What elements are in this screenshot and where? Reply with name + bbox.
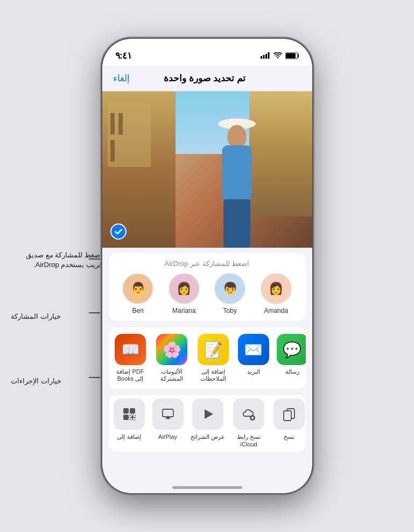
person-legs	[223, 199, 250, 248]
svg-rect-1	[263, 55, 264, 59]
books-label: PDF إضافة إلى Books	[113, 368, 148, 382]
annotation-share: خيارات المشاركة	[11, 312, 61, 320]
contact-mariana-avatar: 👩	[169, 273, 200, 304]
window-detail-3	[118, 113, 123, 135]
action-add[interactable]: إضافة إلى	[113, 398, 145, 449]
airplay-svg	[160, 407, 176, 422]
person-body	[222, 145, 251, 199]
action-airplay[interactable]: AirPlay	[152, 398, 184, 449]
contact-toby[interactable]: 👦 Toby	[214, 273, 245, 314]
home-indicator	[172, 486, 242, 489]
checkmark-icon	[114, 227, 123, 236]
notes-label: إضافة إلى الملاحظات	[196, 368, 231, 382]
copy-svg	[282, 407, 297, 422]
slideshow-label: عرض الشرائح	[191, 433, 225, 440]
cancel-button[interactable]: إلغاء	[113, 73, 130, 84]
svg-rect-2	[265, 54, 267, 59]
action-icloud-link[interactable]: نسخ رابط iCloud	[231, 398, 266, 449]
contact-toby-name: Toby	[223, 307, 237, 314]
mail-icon: ✉️	[238, 334, 269, 365]
add-to-icon	[114, 398, 145, 430]
share-messages[interactable]: 💬 رسالة	[276, 334, 306, 382]
svg-rect-7	[123, 415, 129, 420]
icloud-svg	[241, 407, 256, 422]
contact-ben[interactable]: 👨 Ben	[122, 273, 153, 314]
status-icons	[261, 52, 299, 59]
contact-mariana-name: Mariana	[172, 307, 195, 314]
svg-rect-0	[261, 56, 262, 59]
contact-amanda-emoji: 👩	[262, 274, 291, 303]
slideshow-svg	[200, 407, 215, 422]
phone-frame: ٩:٤١	[102, 39, 312, 493]
add-icon	[122, 407, 137, 422]
airdrop-title: اضغط للمشاركة عبر AirDrop	[115, 260, 299, 268]
photo-area	[102, 92, 312, 248]
icloud-link-icon	[233, 398, 264, 430]
svg-rect-19	[284, 411, 291, 421]
battery-icon	[285, 52, 299, 59]
messages-icon: 💬	[277, 334, 306, 365]
action-slideshow[interactable]: عرض الشرائح	[191, 398, 225, 449]
share-sheet: اضغط للمشاركة عبر AirDrop 👨 Ben 👩	[102, 248, 312, 493]
status-bar: ٩:٤١	[102, 39, 312, 66]
contact-mariana-emoji: 👩	[170, 274, 199, 303]
airplay-icon	[152, 398, 184, 430]
photo-person	[205, 118, 269, 248]
share-mail[interactable]: ✉️ البريد	[237, 334, 270, 382]
share-books[interactable]: 📖 PDF إضافة إلى Books	[113, 334, 148, 382]
copy-label: نسخ	[284, 433, 294, 440]
copy-icon	[273, 398, 305, 430]
status-time: ٩:٤١	[115, 50, 132, 61]
wifi-icon	[273, 52, 282, 59]
action-copy[interactable]: نسخ	[273, 398, 305, 449]
action-items-row: إضافة إلى AirPlay	[109, 395, 306, 452]
svg-rect-8	[130, 408, 135, 414]
icloud-link-label: نسخ رابط iCloud	[231, 433, 266, 449]
airplay-label: AirPlay	[158, 433, 177, 440]
airdrop-contacts: 👨 Ben 👩 Mariana 👦	[115, 273, 299, 314]
contact-ben-avatar: 👨	[122, 273, 153, 304]
photos-label: الألبومات المشتركة	[155, 368, 190, 382]
nav-title: تم تحديد صورة واحدة	[164, 73, 245, 84]
share-apps-row: 📖 PDF إضافة إلى Books 🌸 الألبومات المشتر…	[109, 327, 306, 389]
signal-icon	[261, 52, 270, 59]
photo-background	[102, 92, 312, 248]
scene: اضغط للمشاركة مع صديق قريب يستخدم AirDro…	[0, 0, 414, 532]
add-label: إضافة إلى	[117, 433, 141, 440]
photos-icon: 🌸	[156, 334, 187, 365]
annotation-airdrop: اضغط للمشاركة مع صديق قريب يستخدم AirDro…	[11, 250, 102, 270]
books-icon: 📖	[115, 334, 146, 365]
phone-screen: ٩:٤١	[102, 39, 312, 493]
contact-ben-emoji: 👨	[123, 274, 152, 303]
window-detail	[110, 113, 115, 135]
contact-toby-emoji: 👦	[215, 274, 244, 303]
svg-rect-6	[123, 408, 129, 414]
notes-icon: 📝	[198, 334, 229, 365]
messages-label: رسالة	[285, 368, 299, 375]
contact-mariana[interactable]: 👩 Mariana	[169, 273, 200, 314]
nav-bar: إلغاء تم تحديد صورة واحدة	[102, 66, 312, 92]
contact-amanda[interactable]: 👩 Amanda	[261, 273, 292, 314]
airdrop-section: اضغط للمشاركة عبر AirDrop 👨 Ben 👩	[109, 253, 306, 321]
slideshow-icon	[192, 398, 223, 430]
person-head	[227, 125, 246, 148]
annotation-actions: خيارات الإجراءات	[11, 377, 61, 385]
contact-amanda-name: Amanda	[264, 307, 288, 314]
svg-marker-14	[205, 409, 213, 419]
mail-label: البريد	[247, 368, 260, 375]
svg-rect-5	[286, 53, 296, 58]
share-notes[interactable]: 📝 إضافة إلى الملاحظات	[196, 334, 231, 382]
contact-amanda-avatar: 👩	[261, 273, 292, 304]
svg-rect-3	[268, 52, 269, 59]
contact-toby-avatar: 👦	[214, 273, 245, 304]
photo-checkmark[interactable]	[110, 223, 127, 240]
window-detail-2	[110, 140, 115, 162]
contact-ben-name: Ben	[132, 307, 144, 314]
svg-rect-12	[163, 409, 173, 417]
share-photos[interactable]: 🌸 الألبومات المشتركة	[155, 334, 190, 382]
svg-marker-13	[165, 416, 171, 419]
